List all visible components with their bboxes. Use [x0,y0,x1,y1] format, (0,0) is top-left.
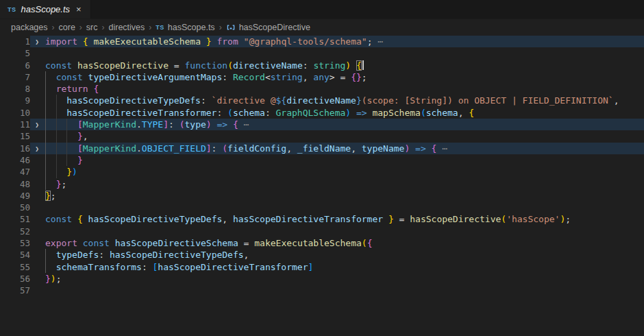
line-number[interactable]: 16 [0,143,30,154]
code-line[interactable]: 1❯import { makeExecutableSchema } from "… [0,36,644,47]
line-number[interactable]: 5 [0,47,30,59]
fold-gutter [30,273,44,285]
line-number[interactable]: 15 [0,130,30,142]
code-line[interactable]: 52 [0,226,644,237]
fold-gutter [30,47,44,59]
code-line[interactable]: 7const typeDirectiveArgumentMaps: Record… [0,71,644,83]
code-line[interactable]: 6const hasScopeDirective = function(dire… [0,60,644,71]
breadcrumb-item-file[interactable]: TS hasScope.ts [156,23,214,32]
breadcrumb-separator: › [101,23,106,32]
code-line[interactable]: 54typeDefs: hasScopeDirectiveTypeDefs, [0,249,644,261]
breadcrumb-item-directives[interactable]: directives [109,23,145,32]
code-text[interactable] [44,47,644,59]
code-line[interactable]: 11❯[MapperKind.TYPE]: (type) => { ⋯ [0,119,644,130]
code-text[interactable]: typeDefs: hasScopeDirectiveTypeDefs, [44,249,644,261]
code-line[interactable]: 50 [0,202,644,213]
code-text[interactable] [44,226,644,237]
code-line[interactable]: 15}, [0,130,644,142]
code-line[interactable]: 16❯[MapperKind.OBJECT_FIELD]: (fieldConf… [0,143,644,154]
code-line[interactable]: 56}); [0,273,644,285]
code-line[interactable]: 57 [0,285,644,296]
breadcrumb-symbol-label: hasScopeDirective [239,23,310,32]
code-line[interactable]: 10hasScopeDirectiveTransformer: (schema:… [0,107,644,119]
line-number[interactable]: 49 [0,190,30,202]
fold-chevron-icon[interactable]: ❯ [30,36,44,47]
fold-gutter [30,95,44,106]
line-number[interactable]: 46 [0,154,30,166]
breadcrumb-item-packages[interactable]: packages [11,23,48,32]
code-editor[interactable]: 1❯import { makeExecutableSchema } from "… [0,36,644,336]
indent-guide [45,130,56,142]
line-number[interactable]: 11 [0,119,30,130]
code-line[interactable]: 47}) [0,166,644,178]
code-text[interactable]: import { makeExecutableSchema } from "@g… [44,36,644,47]
line-number[interactable]: 47 [0,166,30,178]
code-line[interactable]: 5 [0,47,644,59]
fold-chevron-icon[interactable]: ❯ [30,119,44,130]
line-number[interactable]: 54 [0,249,30,261]
code-line[interactable]: 48}; [0,178,644,190]
breadcrumb-item-src[interactable]: src [86,23,98,32]
code-line[interactable]: 49}; [0,190,644,202]
code-text[interactable]: }, [44,130,644,142]
line-number[interactable]: 9 [0,95,30,106]
code-line[interactable]: 51const { hasScopeDirectiveTypeDefs, has… [0,213,644,225]
breadcrumb-item-core[interactable]: core [59,23,75,32]
code-text[interactable]: const typeDirectiveArgumentMaps: Record<… [44,71,644,83]
code-text[interactable]: }); [44,273,644,285]
typescript-file-icon: TS [8,6,16,13]
line-number[interactable]: 7 [0,71,30,83]
code-text[interactable] [44,202,644,213]
code-line[interactable]: 55schemaTransforms: [hasScopeDirectiveTr… [0,261,644,273]
tab-bar: TS hasScope.ts × [0,0,644,19]
indent-guide [56,143,67,154]
indent-guide [56,95,67,106]
code-text[interactable]: } [44,154,644,166]
close-icon[interactable]: × [75,4,83,14]
fold-gutter [30,166,44,178]
code-line[interactable]: 46} [0,154,644,166]
line-number[interactable]: 55 [0,261,30,273]
line-number[interactable]: 56 [0,273,30,285]
line-number[interactable]: 52 [0,226,30,237]
code-text[interactable]: export const hasScopeDirectiveSchema = m… [44,237,644,249]
code-text[interactable]: schemaTransforms: [hasScopeDirectiveTran… [44,261,644,273]
code-line[interactable]: 53export const hasScopeDirectiveSchema =… [0,237,644,249]
indent-guide [45,95,56,106]
code-text[interactable]: }; [44,178,644,190]
indent-guide [56,166,67,178]
code-text[interactable]: const { hasScopeDirectiveTypeDefs, hasSc… [44,213,644,225]
code-text[interactable]: const hasScopeDirective = function(direc… [44,60,644,71]
code-text[interactable]: }) [44,166,644,178]
indent-guide [45,178,56,190]
code-text[interactable]: hasScopeDirectiveTypeDefs: `directive @$… [44,95,644,106]
fold-gutter [30,190,44,202]
line-number[interactable]: 51 [0,213,30,225]
code-line[interactable]: 8return { [0,83,644,95]
line-number[interactable]: 48 [0,178,30,190]
indent-guide [45,261,56,273]
indent-guide [45,107,56,119]
indent-guide [45,83,56,95]
indent-guide [45,249,56,261]
line-number[interactable]: 8 [0,83,30,95]
code-text[interactable]: return { [44,83,644,95]
indent-guide [56,130,67,142]
fold-gutter [30,60,44,71]
code-text[interactable]: hasScopeDirectiveTransformer: (schema: G… [44,107,644,119]
line-number[interactable]: 6 [0,60,30,71]
code-text[interactable] [44,285,644,296]
fold-chevron-icon[interactable]: ❯ [30,143,44,154]
line-number[interactable]: 1 [0,36,30,47]
line-number[interactable]: 50 [0,202,30,213]
breadcrumb-item-symbol[interactable]: hasScopeDirective [226,23,310,32]
fold-gutter [30,285,44,296]
editor-tab-hasscope[interactable]: TS hasScope.ts × [0,0,91,19]
line-number[interactable]: 57 [0,285,30,296]
line-number[interactable]: 10 [0,107,30,119]
code-line[interactable]: 9hasScopeDirectiveTypeDefs: `directive @… [0,95,644,106]
code-text[interactable]: [MapperKind.TYPE]: (type) => { ⋯ [44,119,644,130]
code-text[interactable]: }; [44,190,644,202]
code-text[interactable]: [MapperKind.OBJECT_FIELD]: (fieldConfig,… [44,143,644,154]
line-number[interactable]: 53 [0,237,30,249]
